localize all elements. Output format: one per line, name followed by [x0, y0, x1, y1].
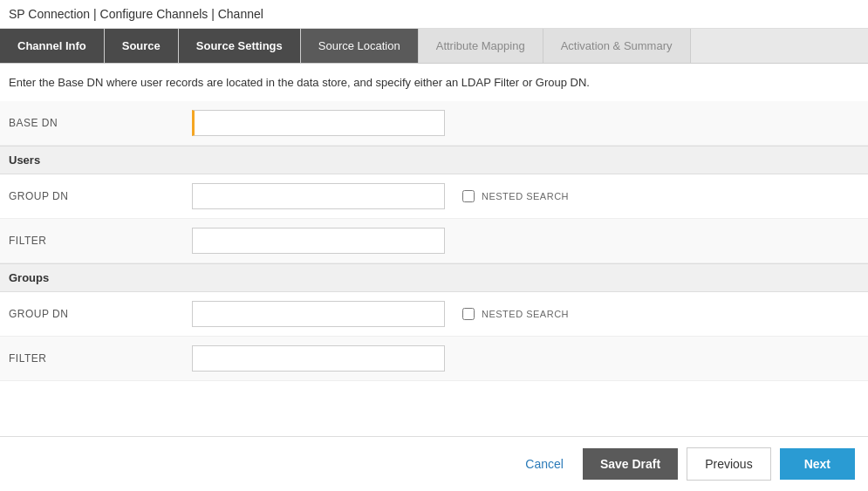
base-dn-row: BASE DN [0, 101, 868, 146]
tab-source[interactable]: Source [105, 29, 179, 63]
tab-activation-summary: Activation & Summary [543, 29, 691, 63]
users-filter-input[interactable] [192, 228, 445, 254]
tab-channel-info[interactable]: Channel Info [0, 29, 105, 63]
previous-button[interactable]: Previous [687, 447, 770, 481]
users-group-dn-row: GROUP DN NESTED SEARCH [0, 174, 868, 219]
description-text: Enter the Base DN where user records are… [0, 64, 868, 101]
groups-section-header: Groups [0, 263, 868, 292]
cancel-button[interactable]: Cancel [515, 450, 574, 478]
tab-bar: Channel Info Source Source Settings Sour… [0, 29, 868, 64]
groups-group-dn-label: GROUP DN [9, 308, 192, 320]
groups-nested-search-label: NESTED SEARCH [482, 309, 569, 319]
users-group-dn-input[interactable] [192, 183, 445, 209]
groups-group-dn-row: GROUP DN NESTED SEARCH [0, 292, 868, 337]
users-filter-row: FILTER [0, 219, 868, 263]
users-section-header: Users [0, 146, 868, 174]
groups-filter-input[interactable] [192, 345, 445, 372]
base-dn-input[interactable] [192, 110, 445, 136]
form-section: BASE DN Users GROUP DN NESTED SEARCH FIL… [0, 101, 868, 381]
groups-filter-row: FILTER [0, 337, 868, 381]
tab-source-location[interactable]: Source Location [301, 29, 419, 63]
groups-filter-label: FILTER [9, 352, 192, 365]
next-button[interactable]: Next [780, 448, 855, 480]
groups-nested-search-wrapper: NESTED SEARCH [462, 308, 569, 320]
users-nested-search-checkbox[interactable] [462, 190, 475, 202]
users-nested-search-label: NESTED SEARCH [482, 191, 569, 201]
tab-source-settings[interactable]: Source Settings [179, 29, 301, 63]
tab-attribute-mapping: Attribute Mapping [419, 29, 543, 63]
groups-group-dn-input[interactable] [192, 301, 445, 327]
save-draft-button[interactable]: Save Draft [583, 448, 678, 480]
groups-nested-search-checkbox[interactable] [462, 308, 475, 320]
users-nested-search-wrapper: NESTED SEARCH [462, 190, 569, 202]
users-group-dn-label: GROUP DN [9, 190, 192, 202]
base-dn-label: BASE DN [9, 117, 192, 129]
footer: Cancel Save Draft Previous Next [0, 436, 868, 491]
page-title: SP Connection | Configure Channels | Cha… [0, 0, 868, 29]
users-filter-label: FILTER [9, 235, 192, 247]
